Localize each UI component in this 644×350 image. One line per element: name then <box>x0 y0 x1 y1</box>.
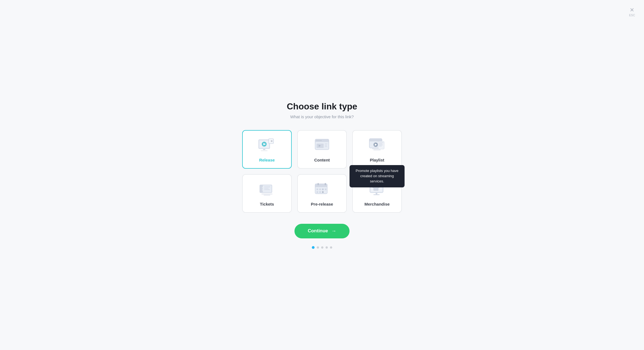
svg-rect-18 <box>325 145 327 146</box>
svg-text:⌘: ⌘ <box>271 140 273 142</box>
svg-rect-34 <box>264 187 270 187</box>
svg-point-13 <box>318 140 320 141</box>
svg-rect-17 <box>325 144 328 144</box>
svg-point-12 <box>316 140 318 141</box>
close-icon: ✕ <box>630 7 634 13</box>
card-playlist-label: Playlist <box>370 158 384 162</box>
modal-container: Choose link type What is your objective … <box>237 90 407 260</box>
svg-rect-46 <box>325 183 326 185</box>
svg-rect-44 <box>315 186 327 187</box>
card-merchandise-label: Merchandise <box>364 202 390 206</box>
card-pre-release-label: Pre-release <box>311 202 333 206</box>
svg-rect-22 <box>369 140 382 141</box>
playlist-icon <box>366 137 388 154</box>
dot-2[interactable] <box>317 246 319 249</box>
svg-rect-40 <box>261 194 272 194</box>
svg-rect-48 <box>319 189 321 190</box>
card-pre-release[interactable]: Pre-release <box>297 174 347 213</box>
pre-release-icon <box>311 181 333 198</box>
continue-arrow: → <box>331 228 336 234</box>
tickets-icon <box>256 181 278 198</box>
svg-rect-31 <box>379 146 382 146</box>
svg-rect-47 <box>316 189 318 190</box>
svg-rect-51 <box>316 191 318 193</box>
card-release-label: Release <box>259 158 275 162</box>
card-tickets[interactable]: Tickets <box>242 174 292 213</box>
svg-rect-36 <box>264 189 270 190</box>
svg-rect-45 <box>318 183 319 185</box>
svg-rect-8 <box>261 150 268 151</box>
svg-rect-50 <box>325 189 326 190</box>
svg-rect-35 <box>264 188 269 189</box>
dot-5[interactable] <box>330 246 332 249</box>
svg-rect-41 <box>264 195 270 195</box>
merchandise-icon <box>366 181 388 198</box>
svg-rect-33 <box>260 185 263 193</box>
dot-4[interactable] <box>326 246 328 249</box>
card-content-label: Content <box>314 158 330 162</box>
dot-1[interactable] <box>312 246 315 249</box>
page-title: Choose link type <box>287 101 357 112</box>
svg-rect-28 <box>379 142 383 143</box>
close-button[interactable]: ✕ ESC <box>629 7 635 17</box>
card-release[interactable]: ⌘ Release <box>242 130 292 169</box>
card-content[interactable]: Content <box>297 130 347 169</box>
svg-rect-57 <box>373 194 380 195</box>
page-subtitle: What is your objective for this link? <box>290 114 354 119</box>
svg-rect-7 <box>263 149 265 150</box>
link-type-grid: ⌘ Release <box>242 130 402 213</box>
card-merchandise[interactable]: Merchandise <box>352 174 402 213</box>
card-playlist[interactable]: Playlist Promote playlists you have crea… <box>352 130 402 169</box>
pagination-dots <box>312 246 332 249</box>
svg-rect-30 <box>379 145 383 145</box>
svg-rect-19 <box>325 146 327 147</box>
dot-3[interactable] <box>321 246 323 249</box>
svg-rect-52 <box>319 191 321 193</box>
svg-rect-53 <box>322 191 324 193</box>
card-tickets-label: Tickets <box>260 202 274 206</box>
svg-rect-49 <box>322 189 324 190</box>
svg-rect-26 <box>373 150 381 150</box>
release-icon: ⌘ <box>256 137 278 154</box>
svg-rect-29 <box>379 144 382 144</box>
content-icon <box>311 137 333 154</box>
svg-rect-56 <box>376 193 377 194</box>
continue-label: Continue <box>308 228 328 234</box>
esc-label: ESC <box>629 14 635 17</box>
continue-button[interactable]: Continue → <box>294 224 350 238</box>
svg-point-14 <box>320 140 321 141</box>
